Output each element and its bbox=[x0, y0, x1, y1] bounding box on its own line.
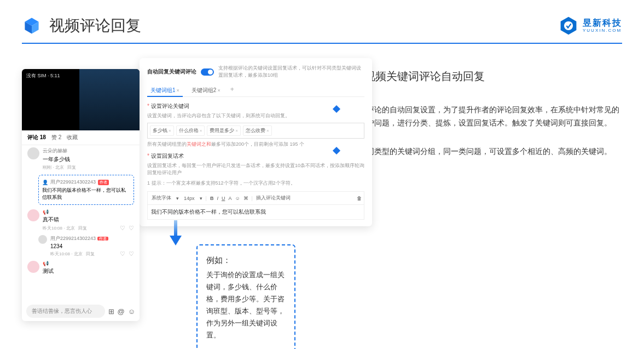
close-icon[interactable]: × bbox=[217, 88, 220, 93]
tab-keyword-group-1[interactable]: 关键词组1× bbox=[147, 84, 183, 96]
reply-text: 我们不同的版本价格不一样，您可以私信联系我 bbox=[42, 187, 130, 201]
keyword-hint: 所有关键词组里的关键词之和最多可添加200个，目前剩余可添加 195 个 bbox=[147, 141, 364, 148]
tab-keyword-group-2[interactable]: 关键词组2× bbox=[188, 84, 224, 96]
title-group: 视频评论回复 bbox=[22, 15, 141, 36]
commenter-name: 📢 bbox=[43, 261, 134, 266]
avatar[interactable] bbox=[27, 261, 39, 273]
comment-meta: 刚刚 · 北京回复 bbox=[43, 164, 134, 170]
comment-text: 测试 bbox=[43, 267, 134, 275]
phone-mockup: 没有 SIM · 5:11 评论 18 赞 2 收藏 云朵的赫赫 一年多少钱 刚… bbox=[22, 69, 140, 321]
reply-link[interactable]: 回复 bbox=[67, 164, 76, 170]
author-badge: 作者 bbox=[98, 180, 109, 185]
size-select[interactable]: 14px bbox=[182, 195, 196, 202]
brand-name-en: YUUXIN.COM bbox=[583, 28, 622, 33]
cube-icon bbox=[22, 16, 42, 36]
keyword-desc: 设置关键词，当评论内容包含了以下关键词，则系统可自动回复。 bbox=[147, 112, 364, 119]
brand-text: 昱新科技 YUUXIN.COM bbox=[583, 19, 622, 33]
bullet-text: 支持不同类型的关键词分组，同一类问题，可设置多个相近的、高频的关键词。 bbox=[344, 145, 612, 158]
close-icon[interactable]: × bbox=[177, 88, 179, 93]
keyword-tag[interactable]: 费用是多少× bbox=[207, 125, 241, 136]
color-button[interactable]: A bbox=[228, 196, 231, 201]
header: 视频评论回复 昱新科技 YUUXIN.COM bbox=[0, 0, 644, 43]
comment-item: 📢 真不错 昨天10:08 · 北京回复♡♡ bbox=[22, 207, 140, 234]
comment-input[interactable]: 善语结善缘，恶言伤人心 bbox=[26, 305, 105, 318]
reply-hint: 1 提示：一个富文本框最多支持512个字符，一个汉字占用2个字符。 bbox=[147, 180, 364, 187]
reply-label: 设置回复话术 bbox=[147, 152, 364, 160]
dislike-icon[interactable]: ♡ bbox=[129, 250, 134, 258]
font-select[interactable]: 系统字体 bbox=[150, 194, 173, 202]
toggle-label: 自动回复关键词评论 bbox=[147, 68, 196, 76]
link-button[interactable]: ⌘ bbox=[243, 196, 248, 201]
user-icon: 👤 bbox=[42, 180, 48, 185]
sub-comment-item: 用户2299214302243 作者 1234 昨天10:08 · 北京回复♡♡ bbox=[22, 234, 140, 259]
section-title: 短视频关键词评论自动回复 bbox=[353, 69, 485, 84]
tab-comments[interactable]: 评论 18 bbox=[27, 134, 46, 141]
brand-logo-group: 昱新科技 YUUXIN.COM bbox=[559, 16, 622, 36]
commenter-name: 📢 bbox=[43, 209, 134, 215]
bullet-item: 短视频评论的自动回复设置，为了提升作者的评论回复效率，在系统中针对常见的评论用户… bbox=[334, 104, 622, 130]
keyword-tag[interactable]: 多少钱× bbox=[150, 125, 174, 136]
left-illustration: 自动回复关键词评论 支持根据评论的关键词设置回复话术，可以针对不同类型关键词设置… bbox=[22, 58, 317, 332]
phone-video-area: 没有 SIM · 5:11 bbox=[22, 69, 140, 130]
keyword-group-tabs: 关键词组1× 关键词组2× + bbox=[147, 84, 364, 97]
comment-text: 真不错 bbox=[43, 216, 134, 224]
emoji-button[interactable]: ☺ bbox=[235, 196, 240, 201]
bold-button[interactable]: B bbox=[210, 196, 214, 201]
author-badge: 作者 bbox=[97, 237, 108, 241]
italic-button[interactable]: I bbox=[217, 196, 218, 201]
reply-link[interactable]: 回复 bbox=[86, 251, 95, 257]
dislike-icon[interactable]: ♡ bbox=[129, 225, 134, 232]
comment-item: 📢 测试 bbox=[22, 259, 140, 278]
keyword-tag[interactable]: 怎么收费× bbox=[243, 125, 272, 136]
commenter-name: 云朵的赫赫 bbox=[43, 147, 134, 155]
comment-text: 一年多少钱 bbox=[43, 156, 134, 163]
section-title-row: 短视频关键词评论自动回复 bbox=[334, 69, 622, 84]
arrow-icon bbox=[170, 220, 182, 247]
comment-meta: 昨天10:08 · 北京回复♡♡ bbox=[50, 250, 134, 258]
underline-button[interactable]: U bbox=[222, 196, 225, 201]
reply-user: 用户2299214302243 bbox=[50, 179, 96, 186]
comment-tabs: 评论 18 赞 2 收藏 bbox=[22, 130, 140, 145]
reply-desc: 设置回复话术，每回复一个用户评论只发送一条话术，最多支持设置10条不同话术，按添… bbox=[147, 162, 364, 176]
keyword-label: 设置评论关键词 bbox=[147, 102, 364, 110]
tab-likes[interactable]: 赞 2 bbox=[51, 134, 61, 141]
tab-favorites[interactable]: 收藏 bbox=[67, 134, 78, 141]
example-title: 例如： bbox=[206, 255, 286, 266]
mention-icon[interactable]: @ bbox=[118, 307, 125, 316]
keyword-input[interactable]: 多少钱× 什么价格× 费用是多少× 怎么收费× bbox=[147, 123, 364, 139]
brand-logo-icon bbox=[559, 16, 578, 36]
example-text: 关于询价的设置成一组关键词，多少钱、什么价格，费用多少等。关于咨询班型、版本、型… bbox=[206, 269, 286, 342]
settings-panel: 自动回复关键词评论 支持根据评论的关键词设置回复话术，可以针对不同类型关键词设置… bbox=[140, 58, 372, 226]
avatar[interactable] bbox=[38, 235, 47, 244]
video-thumbnail bbox=[79, 69, 140, 130]
comment-text: 1234 bbox=[50, 243, 134, 249]
editor-toolbar: 系统字体▾ 14px▾ | B I U A ☺ ⌘ | 插入评论关键词 🗑 bbox=[147, 191, 364, 204]
like-icon[interactable]: ♡ bbox=[120, 250, 125, 258]
reply-editor[interactable]: 我们不同的版本价格不一样，您可以私信联系我 bbox=[147, 204, 364, 220]
svg-point-0 bbox=[564, 21, 573, 30]
brand-name-cn: 昱新科技 bbox=[583, 19, 622, 27]
image-icon[interactable]: ⊞ bbox=[108, 307, 114, 316]
avatar[interactable] bbox=[27, 147, 39, 159]
content-area: 自动回复关键词评论 支持根据评论的关键词设置回复话术，可以针对不同类型关键词设置… bbox=[0, 44, 644, 332]
bullet-item: 支持不同类型的关键词分组，同一类问题，可设置多个相近的、高频的关键词。 bbox=[334, 145, 622, 158]
emoji-icon[interactable]: ☺ bbox=[128, 307, 135, 316]
reply-link[interactable]: 回复 bbox=[78, 225, 87, 231]
insert-keyword-button[interactable]: 插入评论关键词 bbox=[256, 194, 291, 202]
bullet-text: 短视频评论的自动回复设置，为了提升作者的评论回复效率，在系统中针对常见的评论用户… bbox=[344, 104, 622, 130]
comment-input-bar: 善语结善缘，恶言伤人心 ⊞ @ ☺ bbox=[26, 305, 135, 318]
like-icon[interactable]: ♡ bbox=[120, 225, 125, 232]
comment-item: 云朵的赫赫 一年多少钱 刚刚 · 北京回复 bbox=[22, 145, 140, 173]
toggle-desc: 支持根据评论的关键词设置回复话术，可以针对不同类型关键词设置回复话术，最多添加1… bbox=[218, 65, 364, 79]
auto-reply-toggle[interactable] bbox=[201, 68, 214, 76]
auto-reply-bubble: 👤用户2299214302243作者 我们不同的版本价格不一样，您可以私信联系我 bbox=[38, 175, 134, 205]
page-title: 视频评论回复 bbox=[49, 15, 141, 36]
delete-button[interactable]: 🗑 bbox=[357, 196, 362, 201]
commenter-name: 用户2299214302243 作者 bbox=[50, 235, 134, 242]
add-tab-button[interactable]: + bbox=[229, 84, 235, 96]
toggle-row: 自动回复关键词评论 支持根据评论的关键词设置回复话术，可以针对不同类型关键词设置… bbox=[147, 65, 364, 79]
comment-meta: 昨天10:08 · 北京回复♡♡ bbox=[43, 225, 134, 232]
example-callout: 例如： 关于询价的设置成一组关键词，多少钱、什么价格，费用多少等。关于咨询班型、… bbox=[196, 244, 295, 349]
keyword-tag[interactable]: 什么价格× bbox=[176, 125, 205, 136]
avatar[interactable] bbox=[27, 209, 39, 221]
